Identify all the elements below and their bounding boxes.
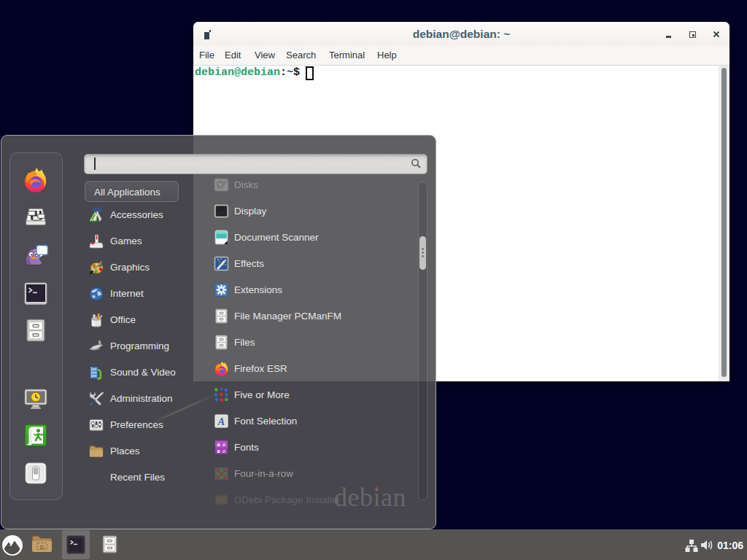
svg-text:a: a <box>222 448 225 454</box>
svg-text:D: D <box>40 544 44 551</box>
svg-text:a: a <box>217 448 220 454</box>
svg-text:A: A <box>217 416 225 427</box>
